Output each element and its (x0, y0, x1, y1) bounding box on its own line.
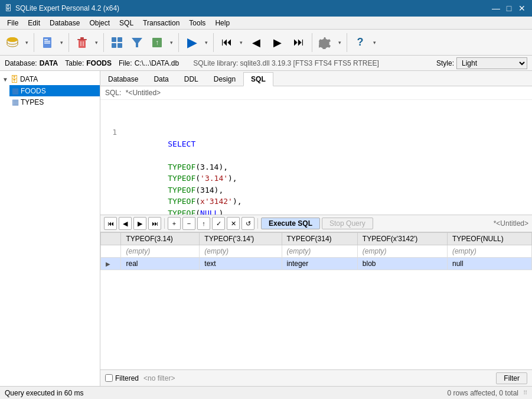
menu-tools[interactable]: Tools (184, 18, 210, 28)
fn-typeof3: TYPEOF (168, 186, 195, 194)
tree-root-data[interactable]: ▼ 🗄 DATA (0, 73, 100, 85)
svg-rect-8 (80, 37, 84, 39)
result-row-1[interactable]: ▶ real text integer blob null (101, 258, 532, 270)
tb-help-button[interactable]: ? (350, 33, 370, 53)
col-typeof-null: TYPEOF(NULL) (447, 233, 531, 245)
tb-grid-button[interactable] (107, 33, 127, 53)
db-icon: 🗄 (10, 74, 18, 84)
nav-prev-button[interactable]: ◀ (119, 217, 132, 230)
nav-next-button[interactable]: ▶ (133, 217, 146, 230)
cell-1-1: text (200, 258, 282, 270)
p4: ), (228, 174, 241, 183)
menu-object[interactable]: Object (84, 18, 115, 28)
menu-file[interactable]: File (2, 18, 23, 28)
svg-point-1 (7, 37, 18, 42)
cell-0-2: (empty) (282, 245, 357, 258)
menu-database[interactable]: Database (45, 18, 84, 28)
p9: ( (195, 209, 200, 216)
tb-delete-button[interactable] (72, 33, 92, 53)
result-row-0[interactable]: (empty) (empty) (empty) (empty) (empty) (101, 245, 532, 258)
tb-first-dropdown[interactable]: ▾ (237, 33, 245, 53)
menu-edit[interactable]: Edit (23, 18, 45, 28)
col-typeof-314: TYPEOF(314) (282, 233, 357, 245)
tb-delete-dropdown[interactable]: ▾ (92, 33, 100, 53)
line-number: 1 (105, 126, 117, 215)
svg-rect-11 (112, 37, 116, 42)
db-label: Database: (5, 59, 37, 67)
stop-query-button[interactable]: Stop Query (322, 218, 373, 229)
nav-last-button[interactable]: ⏭ (148, 217, 161, 230)
db-name: DATA (40, 59, 58, 67)
nav-first-button[interactable]: ⏮ (104, 217, 117, 230)
tb-group-1: ▾ (2, 33, 31, 53)
style-label: Style: (436, 59, 454, 67)
status-left: Query executed in 60 ms (5, 389, 83, 397)
tb-run-button[interactable]: ▶ (182, 33, 202, 53)
tb-help-dropdown[interactable]: ▾ (370, 33, 378, 53)
tb-group-7: ▾ (315, 33, 344, 53)
p6: ), (214, 186, 228, 194)
tab-design[interactable]: Design (206, 72, 243, 86)
tb-next-button[interactable]: ▶ (267, 33, 288, 53)
nav-refresh-button[interactable]: ↺ (241, 217, 254, 230)
cell-1-3: blob (357, 258, 447, 270)
tb-last-button[interactable]: ⏭ (289, 33, 309, 53)
menu-transaction[interactable]: Transaction (138, 18, 184, 28)
menu-sql[interactable]: SQL (115, 18, 138, 28)
tab-sql[interactable]: SQL (243, 72, 273, 86)
tb-run-dropdown[interactable]: ▾ (202, 33, 210, 53)
app-icon: 🗄 (5, 4, 12, 12)
tb-export-dropdown[interactable]: ▾ (167, 33, 175, 53)
app-title: SQLite Expert Personal 4.2 (x64) (15, 4, 119, 12)
tb-settings-dropdown[interactable]: ▾ (335, 33, 344, 53)
menu-help[interactable]: Help (210, 18, 234, 28)
filtered-label: Filtered (105, 374, 139, 382)
filter-button[interactable]: Filter (496, 372, 527, 384)
cell-1-4: null (447, 258, 531, 270)
tb-new-button[interactable] (37, 33, 57, 53)
tb-prev-button[interactable]: ◀ (246, 33, 266, 53)
tb-open-db-button[interactable] (2, 33, 22, 53)
row-marker-0 (101, 245, 121, 258)
cell-0-0: (empty) (121, 245, 200, 258)
tb-first-button[interactable]: ⏮ (217, 33, 237, 53)
tb-group-5: ▶ ▾ (182, 33, 210, 53)
str1: '3.14' (200, 174, 228, 183)
nav-up-button[interactable]: ↑ (197, 217, 210, 230)
titlebar: 🗄 SQLite Expert Personal 4.2 (x64) — □ ✕ (0, 0, 532, 17)
fn-typeof4: TYPEOF (168, 197, 195, 206)
tb-settings-button[interactable] (315, 33, 335, 53)
sql-code: SELECT TYPEOF(3.14), TYPEOF('3.14'), TYP… (122, 126, 246, 215)
minimize-button[interactable]: — (491, 3, 501, 14)
table-icon-foods: ▦ (12, 86, 19, 95)
p5: ( (195, 186, 200, 194)
style-select[interactable]: Light Dark Blue (456, 57, 527, 69)
kw-select: SELECT (168, 140, 195, 148)
menubar: File Edit Database Object SQL Transactio… (0, 17, 532, 30)
svg-marker-15 (132, 38, 142, 47)
tb-export-button[interactable]: ↑ (147, 33, 167, 53)
sql-text-label: SQL: (105, 89, 121, 97)
tb-filter-button[interactable] (127, 33, 147, 53)
tree-item-foods[interactable]: ▦ FOODS (9, 85, 100, 96)
sql-editor[interactable]: 1 SELECT TYPEOF(3.14), TYPEOF('3.14'), T… (100, 100, 532, 215)
tab-data[interactable]: Data (146, 72, 176, 86)
tb-open-db-dropdown[interactable]: ▾ (22, 33, 31, 53)
filtered-checkbox[interactable] (105, 374, 113, 382)
cell-0-3: (empty) (357, 245, 447, 258)
hex1: x'3142' (200, 197, 233, 206)
svg-rect-5 (44, 43, 50, 44)
tree-item-types[interactable]: ▦ TYPES (9, 96, 100, 108)
maximize-button[interactable]: □ (504, 3, 514, 14)
tab-database[interactable]: Database (100, 72, 146, 86)
nav-check-button[interactable]: ✓ (212, 217, 225, 230)
tab-ddl[interactable]: DDL (177, 72, 206, 86)
nav-add-button[interactable]: + (168, 217, 181, 230)
tb-new-dropdown[interactable]: ▾ (57, 33, 66, 53)
tb-group-8: ? ▾ (350, 33, 378, 53)
nav-cancel-button[interactable]: ✕ (227, 217, 240, 230)
nav-remove-button[interactable]: − (182, 217, 195, 230)
execute-sql-button[interactable]: Execute SQL (261, 218, 320, 229)
results-grid[interactable]: TYPEOF(3.14) TYPEOF('3.14') TYPEOF(314) … (100, 232, 532, 369)
close-button[interactable]: ✕ (517, 3, 527, 14)
